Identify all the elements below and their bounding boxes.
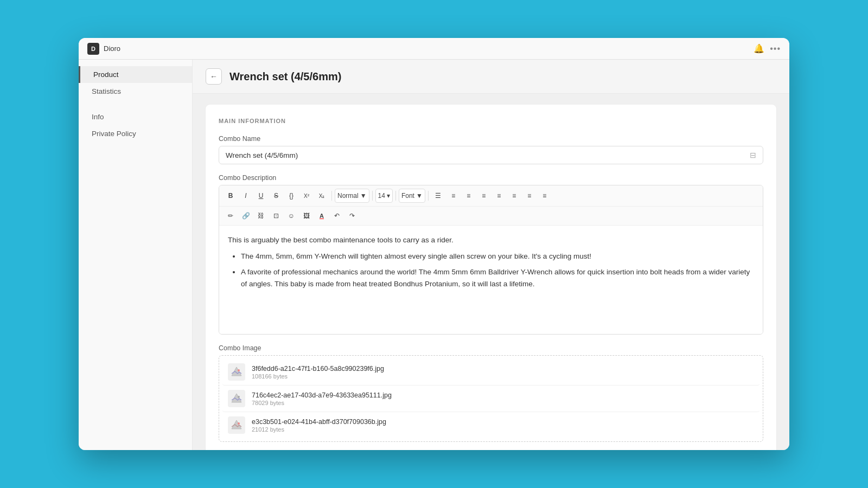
editor-intro-text: This is arguably the best combo maintena… — [228, 234, 754, 246]
more-options-icon[interactable]: ••• — [770, 44, 781, 54]
indent-button[interactable]: ≡ — [522, 189, 537, 203]
titlebar-actions: 🔔 ••• — [754, 43, 781, 54]
italic-button[interactable]: I — [239, 189, 253, 203]
svg-point-2 — [238, 422, 240, 425]
image-info-2: 716c4ec2-ae17-403d-a7e9-43633ea95111.jpg… — [252, 391, 754, 406]
pencil-button[interactable]: ✏ — [224, 209, 238, 223]
svg-point-1 — [238, 396, 240, 398]
font-size-select[interactable]: 14 ▾ — [375, 189, 393, 203]
combo-name-label: Combo Name — [219, 135, 763, 143]
toolbar-divider-3 — [395, 191, 396, 201]
app-body: Product Statistics Info Private Policy ←… — [79, 60, 789, 450]
undo-button[interactable]: ↶ — [330, 209, 344, 223]
list-ordered-button[interactable]: ≡ — [446, 189, 461, 203]
titlebar: D Dioro 🔔 ••• — [79, 38, 789, 60]
editor-body[interactable]: This is arguably the best combo maintena… — [219, 226, 763, 334]
toolbar-divider-2 — [372, 191, 373, 201]
combo-description-label: Combo Description — [219, 174, 763, 182]
svg-point-0 — [238, 369, 240, 371]
align-justify-button[interactable]: ≡ — [507, 189, 521, 203]
rich-text-editor: B I U S {} X² X₂ Normal ▼ — [219, 185, 763, 335]
app-logo: D — [87, 43, 99, 55]
content-area: MAIN INFORMATION Combo Name Wrench set (… — [193, 94, 789, 450]
combo-image-section: Combo Image — [219, 344, 763, 442]
image-item-2: 716c4ec2-ae17-403d-a7e9-43633ea95111.jpg… — [222, 386, 760, 412]
toolbar-divider-1 — [331, 191, 332, 201]
sidebar-item-info[interactable]: Info — [79, 108, 192, 125]
image-drop-zone[interactable]: 3f6fedd6-a21c-47f1-b160-5a8c990239f6.jpg… — [219, 355, 763, 442]
back-button[interactable]: ← — [206, 68, 222, 85]
main-information-card: MAIN INFORMATION Combo Name Wrench set (… — [206, 105, 776, 450]
sidebar-item-statistics[interactable]: Statistics — [79, 83, 192, 100]
underline-button[interactable]: U — [254, 189, 268, 203]
image-thumb-3 — [228, 416, 245, 434]
bell-icon[interactable]: 🔔 — [754, 43, 764, 54]
strikethrough-button[interactable]: S — [269, 189, 283, 203]
unlink-button[interactable]: ⛓ — [254, 209, 268, 223]
align-center-button[interactable]: ≡ — [477, 189, 491, 203]
text-color-button[interactable]: A — [315, 209, 329, 223]
image-thumb-1 — [228, 363, 245, 381]
code-button[interactable]: {} — [284, 189, 298, 203]
image-item-1: 3f6fedd6-a21c-47f1-b160-5a8c990239f6.jpg… — [222, 359, 760, 386]
image-button[interactable]: 🖼 — [299, 209, 314, 223]
image-size-1: 108166 bytes — [252, 373, 754, 380]
combo-image-label: Combo Image — [219, 344, 763, 352]
subscript-button[interactable]: X₂ — [315, 189, 329, 203]
font-select[interactable]: Font ▼ — [399, 189, 425, 203]
app-name: Dioro — [104, 44, 754, 53]
style-select[interactable]: Normal ▼ — [335, 189, 369, 203]
image-filename-3: e3c3b501-e024-41b4-abff-d370f709036b.jpg — [252, 418, 754, 426]
editor-toolbar-row1: B I U S {} X² X₂ Normal ▼ — [219, 185, 763, 207]
embed-button[interactable]: ⊡ — [269, 209, 283, 223]
image-thumb-2 — [228, 390, 245, 407]
editor-toolbar-row2: ✏ 🔗 ⛓ ⊡ ☺ 🖼 A ↶ ↷ — [219, 207, 763, 226]
toolbar-divider-4 — [428, 191, 429, 201]
image-item-3: e3c3b501-e024-41b4-abff-d370f709036b.jpg… — [222, 412, 760, 438]
image-info-3: e3c3b501-e024-41b4-abff-d370f709036b.jpg… — [252, 418, 754, 433]
app-window: D Dioro 🔔 ••• Product Statistics Info Pr… — [79, 38, 789, 450]
bold-button[interactable]: B — [224, 189, 238, 203]
redo-button[interactable]: ↷ — [345, 209, 359, 223]
editor-list-item-1: The 4mm, 5mm, 6mm Y-Wrench will tighten … — [241, 251, 754, 262]
list-unordered-button[interactable]: ☰ — [431, 189, 445, 203]
main-info-section-title: MAIN INFORMATION — [219, 118, 763, 124]
superscript-button[interactable]: X² — [299, 189, 314, 203]
editor-list: The 4mm, 5mm, 6mm Y-Wrench will tighten … — [228, 251, 754, 290]
emoji-button[interactable]: ☺ — [284, 209, 298, 223]
combo-name-input[interactable]: Wrench set (4/5/6mm) ⊟ — [219, 146, 763, 164]
sidebar-item-private-policy[interactable]: Private Policy — [79, 125, 192, 142]
align-left-button[interactable]: ≡ — [462, 189, 476, 203]
main-content: ← Wrench set (4/5/6mm) MAIN INFORMATION … — [193, 60, 789, 450]
page-title: Wrench set (4/5/6mm) — [229, 70, 341, 83]
image-info-1: 3f6fedd6-a21c-47f1-b160-5a8c990239f6.jpg… — [252, 365, 754, 380]
image-size-2: 78029 bytes — [252, 400, 754, 406]
page-header: ← Wrench set (4/5/6mm) — [193, 60, 789, 94]
link-button[interactable]: 🔗 — [239, 209, 253, 223]
image-filename-2: 716c4ec2-ae17-403d-a7e9-43633ea95111.jpg — [252, 391, 754, 399]
align-right-button[interactable]: ≡ — [492, 189, 506, 203]
image-filename-1: 3f6fedd6-a21c-47f1-b160-5a8c990239f6.jpg — [252, 365, 754, 373]
sidebar-item-product[interactable]: Product — [79, 66, 192, 83]
editor-list-item-2: A favorite of professional mechanics aro… — [241, 266, 754, 290]
outdent-button[interactable]: ≡ — [538, 189, 552, 203]
sidebar: Product Statistics Info Private Policy — [79, 60, 193, 450]
image-size-3: 21012 bytes — [252, 426, 754, 433]
copy-icon: ⊟ — [750, 151, 756, 159]
